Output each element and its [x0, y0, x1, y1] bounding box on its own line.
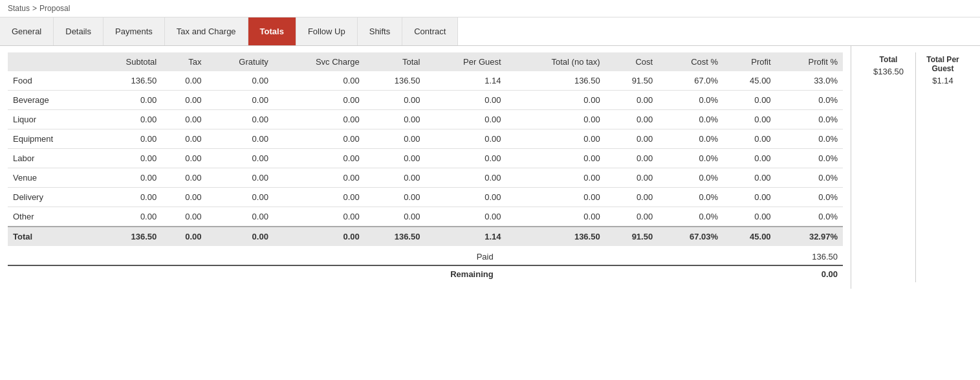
row-profit-pct: 0.0%	[776, 168, 843, 188]
row-cost-pct: 0.0%	[658, 149, 723, 168]
col-header-cost-pct: Cost %	[658, 52, 723, 71]
row-gratuity: 0.00	[207, 207, 274, 227]
col-header-tax: Tax	[162, 52, 206, 71]
row-svc-charge: 0.00	[274, 129, 365, 149]
table-row: Liquor 0.00 0.00 0.00 0.00 0.00 0.00 0.0…	[8, 110, 843, 129]
row-profit: 45.00	[723, 71, 776, 91]
row-total: 0.00	[365, 129, 426, 149]
col-header-total-no-tax: Total (no tax)	[506, 52, 605, 71]
content-area: Subtotal Tax Gratuity Svc Charge Total P…	[0, 46, 851, 289]
table-row: Venue 0.00 0.00 0.00 0.00 0.00 0.00 0.00…	[8, 168, 843, 188]
col-header-profit-pct: Profit %	[776, 52, 843, 71]
tab-general[interactable]: General	[0, 17, 54, 45]
row-total: 136.50	[365, 71, 426, 91]
row-subtotal: 0.00	[93, 129, 162, 149]
row-profit-pct: 0.0%	[776, 91, 843, 110]
total-row-svc-charge: 0.00	[274, 227, 365, 246]
row-svc-charge: 0.00	[274, 188, 365, 207]
row-cost: 0.00	[605, 110, 659, 129]
remaining-label: Remaining	[8, 265, 496, 282]
row-profit-pct: 0.0%	[776, 129, 843, 149]
row-label: Liquor	[8, 110, 93, 129]
row-total: 0.00	[365, 168, 426, 188]
row-gratuity: 0.00	[207, 129, 274, 149]
table-row: Equipment 0.00 0.00 0.00 0.00 0.00 0.00 …	[8, 129, 843, 149]
table-row: Labor 0.00 0.00 0.00 0.00 0.00 0.00 0.00…	[8, 149, 843, 168]
row-profit: 0.00	[723, 149, 776, 168]
row-total-no-tax: 136.50	[506, 71, 605, 91]
row-total-no-tax: 0.00	[506, 149, 605, 168]
row-cost: 0.00	[605, 91, 659, 110]
tab-tax-and-charge[interactable]: Tax and Charge	[165, 17, 248, 45]
tab-payments[interactable]: Payments	[103, 17, 165, 45]
row-profit-pct: 0.0%	[776, 110, 843, 129]
row-tax: 0.00	[162, 168, 206, 188]
row-label: Venue	[8, 168, 93, 188]
row-subtotal: 0.00	[93, 207, 162, 227]
summary-per-guest-value: $1.14	[921, 76, 964, 85]
total-row-profit-pct: 32.97%	[776, 227, 843, 246]
row-tax: 0.00	[162, 207, 206, 227]
tab-totals[interactable]: Totals	[248, 17, 296, 45]
row-profit: 0.00	[723, 207, 776, 227]
row-svc-charge: 0.00	[274, 91, 365, 110]
total-row-subtotal: 136.50	[93, 227, 162, 246]
row-total: 0.00	[365, 207, 426, 227]
table-row: Beverage 0.00 0.00 0.00 0.00 0.00 0.00 0…	[8, 91, 843, 110]
row-per-guest: 0.00	[425, 207, 506, 227]
row-label: Food	[8, 71, 93, 91]
row-total: 0.00	[365, 110, 426, 129]
tab-bar: General Details Payments Tax and Charge …	[0, 17, 980, 46]
row-cost: 0.00	[605, 168, 659, 188]
row-total-no-tax: 0.00	[506, 207, 605, 227]
summary-panel: Total $136.50 Total Per Guest $1.14	[851, 46, 980, 289]
row-cost-pct: 0.0%	[658, 168, 723, 188]
row-gratuity: 0.00	[207, 71, 274, 91]
col-header-per-guest: Per Guest	[425, 52, 506, 71]
table-row: Delivery 0.00 0.00 0.00 0.00 0.00 0.00 0…	[8, 188, 843, 207]
tab-follow-up[interactable]: Follow Up	[296, 17, 358, 45]
row-gratuity: 0.00	[207, 149, 274, 168]
row-total-no-tax: 0.00	[506, 129, 605, 149]
row-profit: 0.00	[723, 110, 776, 129]
row-total-no-tax: 0.00	[506, 110, 605, 129]
paid-remaining-table: Paid 136.50 Remaining 0.00	[8, 249, 843, 282]
row-subtotal: 0.00	[93, 149, 162, 168]
tab-shifts[interactable]: Shifts	[358, 17, 403, 45]
total-row-tax: 0.00	[162, 227, 206, 246]
row-cost: 0.00	[605, 129, 659, 149]
row-cost: 91.50	[605, 71, 659, 91]
row-per-guest: 0.00	[425, 129, 506, 149]
row-tax: 0.00	[162, 71, 206, 91]
col-header-subtotal: Subtotal	[93, 52, 162, 71]
row-profit: 0.00	[723, 91, 776, 110]
summary-total-label: Total	[867, 55, 910, 64]
row-per-guest: 0.00	[425, 91, 506, 110]
row-total: 0.00	[365, 91, 426, 110]
row-cost-pct: 0.0%	[658, 207, 723, 227]
row-per-guest: 0.00	[425, 110, 506, 129]
col-header-gratuity: Gratuity	[207, 52, 274, 71]
row-label: Other	[8, 207, 93, 227]
row-cost-pct: 67.0%	[658, 71, 723, 91]
row-tax: 0.00	[162, 110, 206, 129]
row-label: Beverage	[8, 91, 93, 110]
row-total-no-tax: 0.00	[506, 91, 605, 110]
tab-contract[interactable]: Contract	[402, 17, 458, 45]
row-total: 0.00	[365, 149, 426, 168]
tab-details[interactable]: Details	[54, 17, 103, 45]
row-gratuity: 0.00	[207, 91, 274, 110]
total-row-per-guest: 1.14	[425, 227, 506, 246]
breadcrumb: Status > Proposal	[0, 0, 980, 17]
summary-total-value: $136.50	[867, 67, 910, 76]
total-row-gratuity: 0.00	[207, 227, 274, 246]
col-header-cost: Cost	[605, 52, 659, 71]
row-profit-pct: 0.0%	[776, 149, 843, 168]
table-row: Food 136.50 0.00 0.00 0.00 136.50 1.14 1…	[8, 71, 843, 91]
row-profit: 0.00	[723, 188, 776, 207]
row-profit-pct: 0.0%	[776, 188, 843, 207]
breadcrumb-status: Status	[8, 4, 30, 13]
paid-value: 136.50	[496, 249, 843, 265]
row-subtotal: 0.00	[93, 188, 162, 207]
row-cost-pct: 0.0%	[658, 110, 723, 129]
